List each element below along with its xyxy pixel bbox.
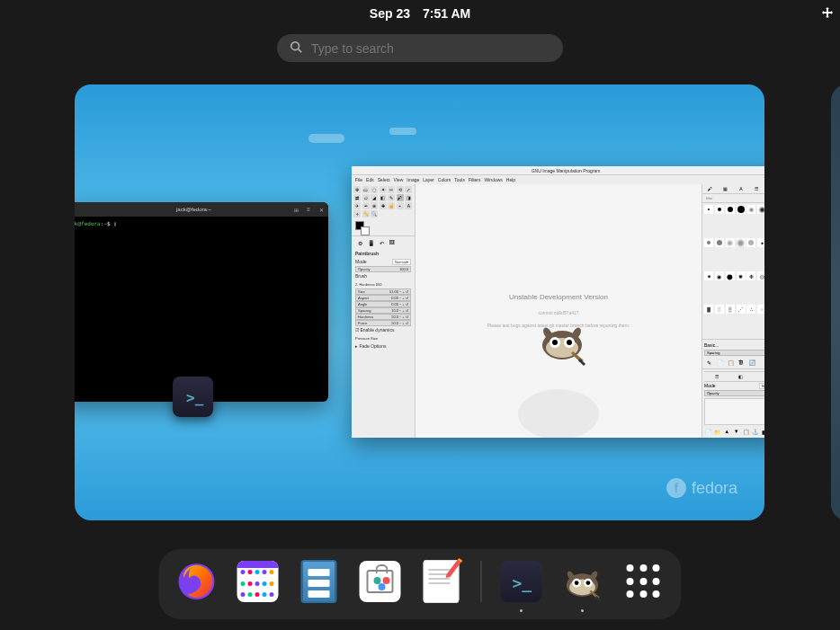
dock-firefox[interactable]: [175, 560, 219, 603]
menu-colors[interactable]: Colors: [438, 177, 451, 182]
tab-brushes-icon[interactable]: 🖌: [702, 184, 718, 193]
menu-file[interactable]: File: [355, 177, 362, 182]
tab-channels-icon[interactable]: ◧: [728, 372, 753, 381]
tool-pencil-icon[interactable]: ✎: [388, 194, 395, 201]
tool-text-icon[interactable]: A: [405, 202, 412, 209]
brush-item[interactable]: ✺: [737, 271, 746, 280]
brush-item[interactable]: [715, 205, 724, 214]
layer-opacity-slider[interactable]: Opacity100.0: [704, 390, 764, 396]
brush-item[interactable]: ▓: [704, 305, 713, 314]
brush-item[interactable]: ░: [715, 305, 724, 314]
brush-del-icon[interactable]: 🗑: [737, 358, 746, 367]
menu-select[interactable]: Select: [378, 177, 390, 182]
tool-perspective-icon[interactable]: ▱: [362, 194, 370, 201]
close-icon[interactable]: ✕: [317, 206, 325, 213]
layer-group-icon[interactable]: 📁: [714, 427, 722, 436]
menu-view[interactable]: View: [394, 177, 404, 182]
brush-item[interactable]: [737, 238, 746, 247]
layer-dup-icon[interactable]: 📋: [742, 427, 750, 436]
menu-icon[interactable]: ⊞: [292, 206, 299, 213]
terminal-body[interactable]: jack@fedora:~$ ▯: [75, 217, 328, 230]
brush-name[interactable]: 2. Hardness 050: [355, 282, 381, 287]
menu-image[interactable]: Image: [407, 177, 419, 182]
brush-new-icon[interactable]: 📄: [715, 358, 724, 367]
gimp-color-selector[interactable]: [352, 219, 415, 235]
hardness-slider[interactable]: Hardness50.0 − + ↺: [355, 314, 411, 320]
layer-down-icon[interactable]: ▼: [733, 427, 741, 436]
right-spacing-slider[interactable]: Spacing10.0: [704, 350, 764, 356]
brush-item[interactable]: ⁘: [757, 305, 764, 314]
brush-item[interactable]: ⬤: [726, 271, 735, 280]
tab-layers-icon[interactable]: ☰: [704, 372, 728, 381]
search-input[interactable]: [311, 41, 550, 56]
tool-eraser-icon[interactable]: ◨: [405, 194, 412, 201]
menu-layer[interactable]: Layer: [423, 177, 434, 182]
layers-list[interactable]: [704, 398, 764, 425]
tool-heal-icon[interactable]: ✚: [380, 202, 387, 209]
background-color[interactable]: [361, 226, 370, 235]
opacity-slider[interactable]: Opacity100.0: [355, 266, 411, 272]
dock-terminal[interactable]: >_: [500, 560, 543, 603]
tool-crop-icon[interactable]: ✂: [388, 186, 395, 193]
dock-show-apps[interactable]: [622, 560, 666, 603]
date-label[interactable]: Sep 23: [370, 6, 410, 21]
gimp-window-thumbnail[interactable]: GNU Image Manipulation Program File Edit…: [352, 166, 764, 438]
brush-item[interactable]: [704, 205, 713, 214]
tab-images-icon[interactable]: 🖼: [388, 238, 397, 247]
menu-help[interactable]: Help: [506, 177, 515, 182]
brush-item[interactable]: ✷: [704, 271, 713, 280]
dock-text-editor[interactable]: [420, 560, 463, 603]
menu-tools[interactable]: Tools: [454, 177, 465, 182]
brush-item[interactable]: ❉: [746, 271, 755, 280]
tool-picker-icon[interactable]: ⌖: [353, 210, 361, 217]
layer-new-icon[interactable]: 📄: [704, 427, 712, 436]
menu-windows[interactable]: Windows: [485, 177, 503, 182]
force-slider[interactable]: Force50.0 − + ↺: [355, 320, 411, 326]
dock-files[interactable]: [298, 560, 341, 603]
brush-item[interactable]: ∴: [746, 305, 755, 314]
tool-zoom-icon[interactable]: 🔍: [371, 210, 378, 217]
brush-item[interactable]: [726, 238, 735, 247]
tab-paths-icon[interactable]: ⌁: [754, 372, 764, 381]
brush-item[interactable]: [726, 205, 735, 214]
dock-calendar[interactable]: [237, 560, 280, 603]
brush-item[interactable]: ▒: [726, 305, 735, 314]
size-slider[interactable]: Size51.00 − + ↺: [355, 288, 411, 295]
tab-patterns-icon[interactable]: ▦: [718, 184, 733, 193]
search-bar[interactable]: [277, 34, 563, 62]
layer-mode-dropdown[interactable]: Normal ▾: [759, 383, 764, 389]
angle-slider[interactable]: Angle0.00 − + ↺: [355, 301, 411, 307]
brush-item[interactable]: ◎: [757, 271, 764, 280]
brush-item[interactable]: ✦: [757, 238, 764, 247]
tab-device-icon[interactable]: 📱: [366, 238, 375, 247]
tool-clone-icon[interactable]: ⊕: [371, 202, 378, 209]
brush-item[interactable]: ◉: [715, 271, 724, 280]
tab-fonts-icon[interactable]: A: [733, 184, 748, 193]
layer-mask-icon[interactable]: ◧: [761, 427, 764, 436]
tool-bucket-icon[interactable]: ◢: [371, 194, 378, 201]
hamburger-icon[interactable]: ≡: [305, 206, 312, 213]
tool-ink-icon[interactable]: ✒: [362, 202, 370, 209]
tool-scale-icon[interactable]: ⤢: [405, 186, 412, 193]
tool-paintbrush-icon[interactable]: 🖌: [397, 194, 404, 201]
mode-dropdown[interactable]: Normal ▾: [392, 259, 411, 265]
tool-airbrush-icon[interactable]: ✈: [353, 202, 361, 209]
terminal-window-thumbnail[interactable]: ▢ jack@fedora:~ ⊞ ≡ ✕ jack@fedora:~$ ▯: [75, 202, 328, 402]
network-icon[interactable]: [820, 5, 835, 22]
tab-history-icon[interactable]: ↶: [377, 238, 386, 247]
gimp-canvas[interactable]: Unstable Development Version commit ca9d…: [416, 184, 701, 438]
tool-fuzzy-select-icon[interactable]: ✦: [380, 186, 387, 193]
dynamics-checkbox[interactable]: ☑ Enable dynamics: [355, 327, 394, 333]
filter-input[interactable]: filter: [706, 196, 713, 200]
tool-rect-select-icon[interactable]: ▭: [362, 186, 370, 193]
time-label[interactable]: 7:51 AM: [423, 6, 470, 21]
aspect-slider[interactable]: Aspect0.00 − + ↺: [355, 295, 411, 301]
tool-gradient-icon[interactable]: ◧: [380, 194, 387, 201]
brush-item[interactable]: [715, 238, 724, 247]
menu-filters[interactable]: Filters: [469, 177, 481, 182]
fade-expander[interactable]: ▸ Fade Options: [355, 343, 386, 349]
menu-edit[interactable]: Edit: [366, 177, 374, 182]
tool-flip-icon[interactable]: ⇄: [353, 194, 361, 201]
tab-history2-icon[interactable]: ☰: [749, 184, 764, 193]
tool-measure-icon[interactable]: 📏: [362, 210, 370, 217]
